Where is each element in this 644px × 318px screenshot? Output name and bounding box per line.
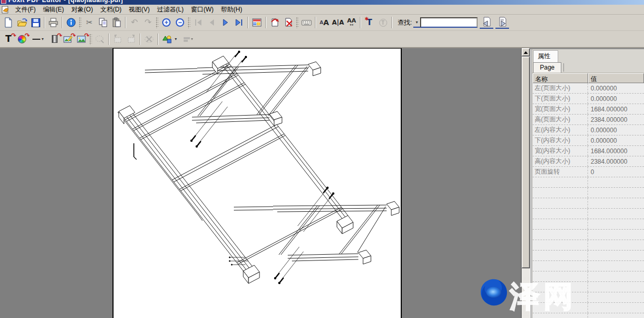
save-button[interactable] — [29, 16, 42, 29]
main-toolbar: ✂ ↶ ↷ + − — [0, 15, 644, 31]
property-row-page-height[interactable]: 高(页面大小)2384.000000 — [533, 115, 644, 125]
delete-page-button[interactable] — [281, 16, 295, 29]
menu-filter[interactable]: 过滤器(L) — [153, 5, 187, 15]
prev-page-button[interactable] — [205, 16, 219, 29]
edit-text-object-button[interactable]: T ↷ — [2, 32, 15, 46]
first-page-icon — [193, 17, 204, 28]
shapes-icon — [162, 34, 174, 44]
open-file-button[interactable] — [15, 16, 29, 29]
toolbar-separator — [360, 17, 361, 28]
menu-edit[interactable]: 编辑(E) — [39, 5, 67, 15]
new-page-icon — [3, 17, 14, 28]
find-next-icon — [497, 17, 507, 27]
chevron-down-icon[interactable]: ▾ — [191, 37, 193, 41]
menu-document[interactable]: 文档(D) — [97, 5, 126, 15]
toolbar-separator — [44, 17, 45, 28]
property-row-page-bottom[interactable]: 下(页面大小)0.000000 — [533, 94, 644, 104]
last-page-button[interactable] — [232, 16, 246, 29]
find-prev-button[interactable] — [480, 16, 493, 29]
next-page-button[interactable] — [219, 16, 232, 29]
align-button[interactable]: ▾ — [179, 32, 198, 46]
empty-row — [533, 271, 644, 282]
panel-splitter[interactable] — [530, 49, 533, 318]
vertical-scrollbar[interactable] — [521, 48, 530, 318]
insert-shape-button[interactable]: ▾ — [160, 32, 179, 46]
property-row-page-width[interactable]: 宽(页面大小)1684.000000 — [533, 104, 644, 115]
find-input[interactable] — [420, 17, 478, 28]
text-cursor — [133, 143, 137, 160]
empty-row — [533, 261, 644, 271]
replace-image-button[interactable]: ↷ — [75, 32, 88, 46]
zoom-in-icon: + — [162, 18, 171, 27]
rotate-right-button[interactable] — [125, 32, 138, 46]
open-folder-icon — [17, 17, 28, 28]
cut-button[interactable]: ✂ — [83, 16, 96, 29]
find-label: 查找: — [398, 18, 412, 27]
page-layout-button[interactable] — [250, 16, 264, 29]
edit-color-button[interactable]: ↷ — [15, 32, 29, 46]
menu-window[interactable]: 窗口(W) — [187, 5, 217, 15]
keyboard-icon — [301, 17, 312, 28]
scrollbar-thumb[interactable] — [522, 56, 530, 268]
toolbar-separator — [140, 33, 141, 45]
property-row-page-left[interactable]: 左(页面大小)0.000000 — [533, 83, 644, 94]
column-header-value[interactable]: 值 — [588, 73, 644, 83]
new-file-button[interactable] — [2, 16, 15, 29]
chevron-down-icon[interactable]: ▾ — [41, 37, 43, 41]
undo-button[interactable]: ↶ — [128, 16, 141, 29]
char-spacing-button[interactable]: AA ↔ — [345, 16, 358, 29]
shading-button[interactable]: ↷ — [48, 32, 61, 46]
property-table-header: 名称 值 — [533, 73, 644, 83]
property-row-page-rotation[interactable]: 页面旋转0 — [533, 167, 644, 177]
select-object-button[interactable] — [93, 32, 107, 46]
properties-panel: 属性 Page 名称 值 左(页面大小)0.000000 下(页面大小)0.00… — [530, 48, 644, 318]
menu-object[interactable]: 对象(O) — [67, 5, 96, 15]
lasso-icon — [95, 34, 105, 44]
paste-button[interactable] — [110, 16, 123, 29]
first-page-button[interactable] — [191, 16, 205, 29]
toolbar-grip — [188, 17, 190, 28]
menu-view[interactable]: 视图(V) — [125, 5, 153, 15]
find-next-button[interactable] — [495, 16, 509, 29]
kerning-button[interactable]: A|A — [331, 16, 345, 29]
property-row-content-bottom[interactable]: 下(内容大小)0.000000 — [533, 135, 644, 146]
zoom-in-button[interactable]: + — [160, 16, 173, 29]
menu-file[interactable]: 文件(F) — [12, 5, 39, 15]
insert-page-button[interactable] — [268, 16, 281, 29]
last-page-icon — [234, 17, 244, 28]
line-style-button[interactable]: ▾ — [29, 32, 48, 46]
up-arrow-icon — [524, 51, 528, 54]
pdf-page[interactable] — [112, 48, 402, 318]
text-circle-button[interactable]: T — [376, 16, 390, 29]
property-row-content-width[interactable]: 宽(内容大小)1684.000000 — [533, 146, 644, 156]
app-icon — [1, 0, 6, 4]
property-row-content-left[interactable]: 左(内容大小)0.000000 — [533, 125, 644, 135]
zoom-out-button[interactable]: − — [173, 16, 187, 29]
delete-object-button[interactable] — [142, 32, 156, 46]
find-dropdown-arrow[interactable]: ▾ — [413, 17, 420, 28]
scroll-up-button[interactable] — [522, 48, 530, 56]
toolbar-separator — [391, 17, 392, 28]
cable-tray-drawing — [114, 49, 401, 318]
rotate-left-button[interactable] — [111, 32, 125, 46]
chevron-down-icon[interactable]: ▾ — [175, 37, 177, 41]
insert-page-icon — [269, 17, 280, 28]
edit-image-button[interactable]: ↷ — [61, 32, 75, 46]
copy-button[interactable] — [96, 16, 110, 29]
tab-page[interactable]: Page — [533, 62, 561, 73]
add-text-button[interactable]: T ✱ — [363, 16, 376, 29]
print-button[interactable] — [47, 16, 60, 29]
column-header-name[interactable]: 名称 — [533, 73, 588, 83]
toolbar-separator — [125, 17, 126, 28]
find-group: 查找: ▾ — [396, 16, 509, 29]
menu-help[interactable]: 帮助(H) — [217, 5, 246, 15]
delete-object-icon — [144, 34, 154, 44]
redo-button[interactable]: ↷ — [141, 16, 155, 29]
panel-caption-bar: 属性 — [530, 49, 644, 61]
document-info-button[interactable] — [64, 16, 78, 29]
keyboard-button[interactable] — [300, 16, 313, 29]
property-row-content-height[interactable]: 高(内容大小)2384.000000 — [533, 156, 644, 167]
document-canvas[interactable] — [0, 48, 521, 318]
gradient-cylinder-icon — [52, 35, 58, 43]
match-font-button[interactable]: A A — [318, 16, 331, 29]
